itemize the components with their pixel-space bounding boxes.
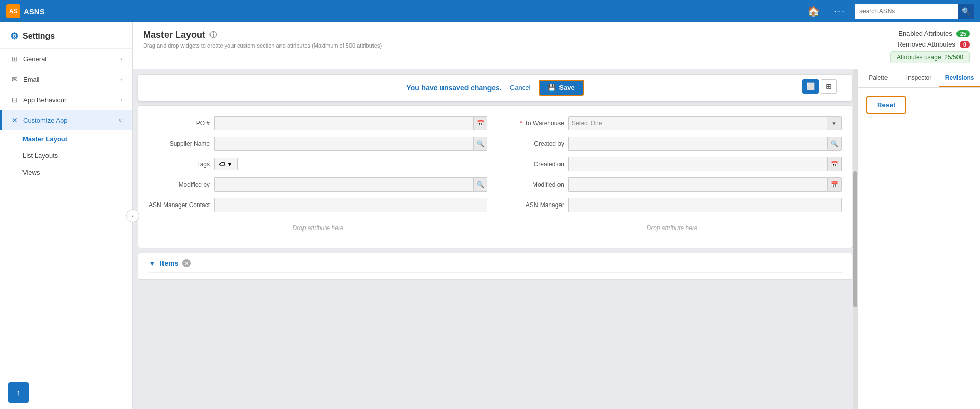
save-icon: 💾 [548, 84, 556, 92]
chevron-right-icon: › [120, 76, 122, 82]
select-arrow-icon: ▼ [827, 116, 842, 130]
created-by-field-row: Created by 🔍 [503, 137, 842, 151]
chevron-down-icon: ∨ [118, 117, 122, 124]
sidebar-item-label-customize-app: Customize App [23, 117, 67, 124]
sidebar-item-label-app-behaviour: App Behaviour [23, 96, 66, 104]
search-button[interactable]: 🔍 [958, 4, 974, 19]
sidebar-sub-item-master-layout[interactable]: Master Layout [0, 130, 132, 147]
attributes-usage-label: Attributes usage: 25/500 [897, 54, 963, 61]
page-title: Master Layout [143, 30, 205, 40]
sidebar-bottom: ↑ [0, 376, 132, 409]
grid-view-button[interactable]: ⊞ [821, 79, 837, 94]
modified-on-label: Modified on [503, 181, 564, 188]
drop-zone-right: Drop attribute here [503, 218, 842, 238]
top-navigation: AS ASNS 🏠 ··· 🔍 [0, 0, 980, 22]
general-icon: ⊞ [12, 55, 18, 63]
scrollbar-thumb[interactable] [853, 171, 857, 307]
items-close-button[interactable]: ✕ [182, 259, 191, 267]
modified-by-input[interactable] [214, 177, 473, 192]
email-icon: ✉ [12, 75, 18, 83]
sidebar-sub-item-views[interactable]: Views [0, 164, 132, 181]
canvas-panel: You have unsaved changes. Cancel 💾 Save … [133, 69, 980, 409]
reset-button[interactable]: Reset [866, 96, 906, 114]
items-section: ▼ Items ✕ [138, 253, 852, 280]
main-layout: ⚙ Settings ⊞ General › ✉ Email › ⊟ App B… [0, 22, 980, 409]
enabled-attributes-badge: 25 [956, 30, 970, 37]
right-panel-tabs: Palette Inspector Revisions [858, 69, 980, 88]
created-by-label: Created by [503, 140, 564, 147]
items-chevron-icon[interactable]: ▼ [149, 259, 156, 267]
tag-icon: 🏷 [219, 161, 225, 168]
modified-by-label: Modified by [149, 181, 210, 188]
asn-manager-input[interactable] [568, 198, 842, 212]
supplier-name-input[interactable] [214, 137, 473, 151]
created-on-input[interactable] [568, 157, 827, 171]
sidebar-item-general[interactable]: ⊞ General › [0, 49, 132, 69]
app-logo[interactable]: AS ASNS [6, 4, 45, 18]
tags-button[interactable]: 🏷 ▼ [214, 158, 238, 170]
logo-icon: AS [6, 4, 20, 18]
page-header: Master Layout ⓘ Drag and drop widgets to… [133, 22, 980, 69]
sidebar: ⚙ Settings ⊞ General › ✉ Email › ⊟ App B… [0, 22, 133, 409]
created-on-calendar-icon-button[interactable]: 📅 [827, 157, 842, 171]
removed-attributes-label: Removed Attributes [897, 40, 955, 48]
tab-inspector[interactable]: Inspector [899, 69, 940, 87]
sidebar-item-label-email: Email [23, 76, 40, 83]
created-on-label: Created on [503, 161, 564, 168]
removed-attributes-row: Removed Attributes 0 [897, 40, 970, 48]
po-input[interactable] [214, 116, 473, 130]
chevron-right-icon: › [120, 56, 122, 62]
to-warehouse-select[interactable]: Select One [568, 116, 827, 130]
drop-zone-left: Drop attribute here [149, 218, 487, 238]
sidebar-sub-item-list-layouts[interactable]: List Layouts [0, 147, 132, 164]
modified-on-field-row: Modified on 📅 [503, 177, 842, 192]
app-name: ASNS [24, 7, 45, 16]
more-options-icon[interactable]: ··· [830, 4, 849, 19]
tab-palette[interactable]: Palette [858, 69, 899, 87]
unsaved-message: You have unsaved changes. [406, 84, 501, 92]
scroll-top-button[interactable]: ↑ [8, 382, 29, 403]
app-behaviour-icon: ⊟ [12, 96, 18, 104]
supplier-search-icon-button[interactable]: 🔍 [473, 137, 487, 151]
to-warehouse-field-row: * To Warehouse Select One ▼ [503, 116, 842, 130]
cancel-link[interactable]: Cancel [510, 84, 530, 92]
home-icon[interactable]: 🏠 [803, 3, 824, 19]
collapse-sidebar-button[interactable]: ‹ [126, 209, 139, 222]
canvas-wrapper: You have unsaved changes. Cancel 💾 Save … [133, 69, 857, 409]
sidebar-item-label-general: General [23, 55, 46, 63]
scrollbar-track[interactable] [853, 69, 857, 409]
modified-on-input[interactable] [568, 177, 827, 192]
search-input[interactable] [855, 4, 958, 19]
removed-attributes-badge: 0 [960, 41, 970, 48]
right-panel-content: Reset [858, 88, 980, 409]
created-by-input[interactable] [568, 137, 827, 151]
po-field-row: PO # 📅 [149, 116, 487, 130]
enabled-attributes-label: Enabled Attributes [898, 30, 952, 37]
asn-manager-label: ASN Manager [503, 201, 564, 209]
sidebar-item-customize-app[interactable]: ✕ Customize App ∨ [0, 110, 132, 130]
supplier-name-field-row: Supplier Name 🔍 [149, 137, 487, 151]
modified-on-calendar-icon-button[interactable]: 📅 [827, 177, 842, 192]
save-button[interactable]: 💾 Save [539, 80, 584, 96]
form-grid: PO # 📅 * To Warehouse [149, 116, 842, 238]
search-bar: 🔍 [855, 4, 974, 19]
sidebar-item-app-behaviour[interactable]: ⊟ App Behaviour › [0, 89, 132, 110]
tags-label: Tags [149, 161, 210, 168]
info-icon[interactable]: ⓘ [209, 31, 217, 40]
sidebar-item-email[interactable]: ✉ Email › [0, 69, 132, 89]
asn-manager-contact-input[interactable] [214, 198, 487, 212]
modified-by-search-icon-button[interactable]: 🔍 [473, 177, 487, 192]
asn-manager-contact-field-row: ASN Manager Contact [149, 198, 487, 212]
items-divider [149, 272, 842, 273]
unsaved-changes-bar: You have unsaved changes. Cancel 💾 Save … [138, 74, 852, 101]
to-warehouse-label: * To Warehouse [503, 120, 564, 127]
po-icon-button[interactable]: 📅 [473, 116, 487, 130]
po-label: PO # [149, 120, 210, 127]
created-by-search-icon-button[interactable]: 🔍 [827, 137, 842, 151]
attributes-usage-box: Attributes usage: 25/500 [890, 51, 970, 63]
form-card: PO # 📅 * To Warehouse [138, 105, 852, 248]
desktop-view-button[interactable]: ⬜ [802, 79, 819, 94]
page-subtitle: Drag and drop widgets to create your cus… [143, 42, 382, 49]
tab-revisions[interactable]: Revisions [939, 69, 980, 87]
sidebar-header: ⚙ Settings [0, 22, 132, 49]
